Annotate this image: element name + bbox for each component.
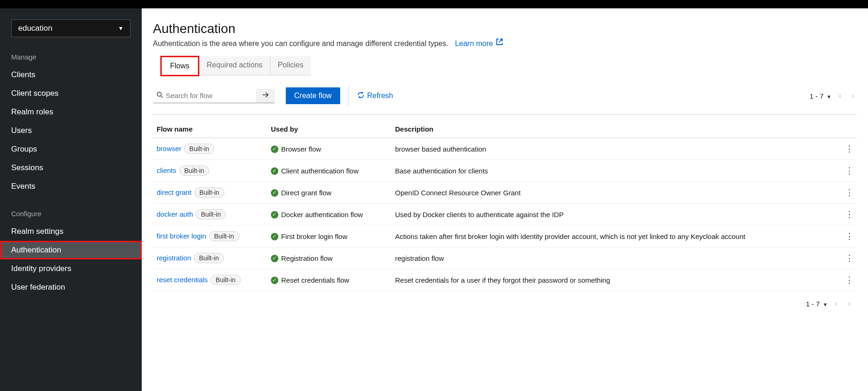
sidebar-item[interactable]: Clients	[0, 66, 142, 84]
create-flow-button[interactable]: Create flow	[286, 87, 340, 104]
used-by-text: Browser flow	[281, 145, 321, 153]
description-text: Actions taken after first broker login w…	[391, 225, 838, 247]
tab-policies[interactable]: Policies	[270, 56, 311, 75]
table-row: docker authBuilt-in✓Docker authenticatio…	[153, 204, 857, 225]
tab-flows-highlight: Flows	[160, 56, 199, 76]
flows-table: Flow name Used by Description browserBui…	[153, 120, 857, 291]
kebab-icon: ⋮	[845, 275, 853, 285]
builtin-badge: Built-in	[184, 144, 214, 154]
check-circle-icon: ✓	[271, 189, 278, 197]
table-row: direct grantBuilt-in✓Direct grant flowOp…	[153, 182, 857, 204]
row-actions-button[interactable]: ⋮	[838, 269, 857, 291]
svg-line-1	[161, 96, 163, 98]
search-icon	[157, 92, 163, 100]
description-text: Reset credentials for a user if they for…	[391, 269, 838, 291]
sidebar-item[interactable]: User federation	[0, 278, 142, 297]
row-actions-button[interactable]: ⋮	[838, 225, 857, 247]
kebab-icon: ⋮	[845, 210, 853, 219]
used-by-text: Direct grant flow	[281, 189, 331, 197]
flow-link[interactable]: first broker login	[157, 232, 206, 240]
pager-prev[interactable]: ‹	[836, 92, 844, 100]
col-flow-name: Flow name	[153, 120, 267, 138]
sidebar-item[interactable]: Identity providers	[0, 259, 142, 278]
sidebar-item[interactable]: Events	[0, 177, 142, 196]
check-circle-icon: ✓	[271, 167, 278, 175]
check-circle-icon: ✓	[271, 233, 278, 240]
flow-link[interactable]: direct grant	[157, 188, 191, 196]
sidebar: education ▼ Manage ClientsClient scopesR…	[0, 8, 142, 391]
pager-bottom: 1 - 7 ▼ ‹ ›	[806, 299, 853, 308]
search-submit-button[interactable]	[256, 89, 275, 103]
tabs: Flows Required actions Policies	[156, 56, 857, 75]
table-row: reset credentialsBuilt-in✓Reset credenti…	[153, 269, 857, 291]
table-row: registrationBuilt-in✓Registration flowre…	[153, 247, 857, 269]
builtin-badge: Built-in	[194, 253, 224, 263]
page-title: Authentication	[153, 21, 857, 36]
sidebar-item[interactable]: Realm roles	[0, 103, 142, 121]
sidebar-item[interactable]: Sessions	[0, 159, 142, 177]
top-bar	[0, 0, 868, 8]
col-description: Description	[391, 120, 838, 138]
kebab-icon: ⋮	[845, 253, 853, 263]
pager-next-bottom[interactable]: ›	[845, 299, 853, 308]
check-circle-icon: ✓	[271, 146, 278, 153]
arrow-right-icon	[262, 91, 269, 100]
sidebar-item[interactable]: Client scopes	[0, 84, 142, 103]
description-text: browser based authentication	[391, 138, 838, 160]
flow-link[interactable]: docker auth	[157, 210, 193, 218]
learn-more-link[interactable]: Learn more	[455, 40, 503, 47]
used-by-text: Docker authentication flow	[281, 211, 363, 219]
page-description: Authentication is the area where you can…	[153, 38, 857, 48]
tab-flows[interactable]: Flows	[163, 57, 197, 75]
caret-down-icon[interactable]: ▼	[826, 94, 831, 99]
search-input[interactable]	[166, 92, 254, 99]
sidebar-item[interactable]: Groups	[0, 140, 142, 159]
pager-next[interactable]: ›	[849, 92, 857, 100]
description-text: Base authentication for clients	[391, 160, 838, 182]
sidebar-group-configure: Configure	[0, 205, 142, 222]
sidebar-item[interactable]: Authentication	[0, 241, 142, 259]
builtin-badge: Built-in	[196, 209, 226, 219]
caret-down-icon: ▼	[118, 25, 124, 32]
sidebar-item[interactable]: Users	[0, 121, 142, 140]
builtin-badge: Built-in	[210, 275, 241, 285]
builtin-badge: Built-in	[179, 166, 210, 176]
description-text: registration flow	[391, 247, 838, 269]
flow-link[interactable]: registration	[157, 254, 191, 262]
toolbar: Create flow Refresh 1 - 7 ▼ ‹ ›	[153, 84, 857, 115]
row-actions-button[interactable]: ⋮	[838, 204, 857, 225]
search-wrap	[153, 89, 275, 103]
pager-range: 1 - 7 ▼	[809, 92, 831, 100]
sidebar-item[interactable]: Realm settings	[0, 222, 142, 241]
caret-down-icon[interactable]: ▼	[822, 302, 828, 307]
svg-point-0	[157, 92, 161, 96]
realm-selector-value: education	[18, 24, 53, 33]
row-actions-button[interactable]: ⋮	[838, 160, 857, 182]
flow-link[interactable]: clients	[157, 166, 177, 174]
pager-top: 1 - 7 ▼ ‹ ›	[809, 92, 857, 100]
divider	[349, 86, 349, 106]
row-actions-button[interactable]: ⋮	[838, 182, 857, 204]
refresh-button[interactable]: Refresh	[357, 92, 393, 100]
row-actions-button[interactable]: ⋮	[838, 138, 857, 160]
table-row: first broker loginBuilt-in✓First broker …	[153, 225, 857, 247]
kebab-icon: ⋮	[845, 144, 853, 153]
flow-link[interactable]: reset credentials	[157, 276, 208, 284]
refresh-icon	[357, 92, 364, 100]
check-circle-icon: ✓	[271, 277, 278, 284]
search-box	[153, 89, 256, 103]
realm-selector[interactable]: education ▼	[11, 20, 131, 37]
external-link-icon	[496, 38, 503, 47]
col-used-by: Used by	[267, 120, 391, 138]
flow-link[interactable]: browser	[157, 145, 181, 152]
builtin-badge: Built-in	[209, 231, 239, 241]
used-by-text: First broker login flow	[281, 232, 348, 240]
kebab-icon: ⋮	[845, 188, 853, 197]
used-by-text: Registration flow	[281, 254, 333, 262]
used-by-text: Client authentication flow	[281, 167, 359, 175]
pager-prev-bottom[interactable]: ‹	[832, 299, 840, 308]
row-actions-button[interactable]: ⋮	[838, 247, 857, 269]
sidebar-group-manage: Manage	[0, 48, 142, 66]
kebab-icon: ⋮	[845, 166, 853, 175]
tab-required-actions[interactable]: Required actions	[199, 56, 270, 75]
